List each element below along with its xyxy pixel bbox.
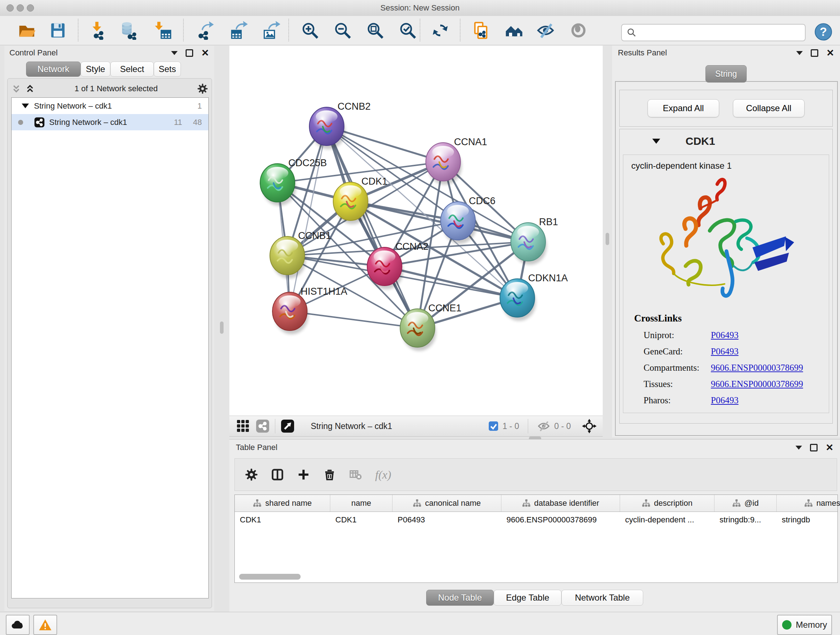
tab-node-table[interactable]: Node Table xyxy=(426,590,494,606)
zoom-in-icon[interactable] xyxy=(301,21,319,40)
import-table-icon[interactable] xyxy=(153,21,172,40)
panel-close-icon[interactable]: ✕ xyxy=(826,445,834,450)
node-ccne1[interactable] xyxy=(400,309,436,351)
table-cell[interactable]: CDK1 xyxy=(330,512,393,528)
panel-float-icon[interactable] xyxy=(811,49,818,57)
right-splitter-handle[interactable] xyxy=(606,233,609,245)
tab-network-table[interactable]: Network Table xyxy=(561,590,643,606)
fit-selected-crosshair-icon[interactable] xyxy=(582,418,597,434)
memory-button[interactable]: Memory xyxy=(777,615,832,635)
network-collection-row[interactable]: String Network – cdk1 1 xyxy=(11,98,208,114)
crosslink-link[interactable]: P06493 xyxy=(711,347,738,356)
node-rb1[interactable] xyxy=(511,223,546,264)
tab-edge-table[interactable]: Edge Table xyxy=(494,590,561,606)
table-header-row: shared namenamecanonical namedatabase id… xyxy=(235,495,837,512)
column-header--id[interactable]: @id xyxy=(714,495,777,511)
table-cell[interactable]: P06493 xyxy=(393,512,501,528)
zoom-fit-icon[interactable] xyxy=(366,21,385,40)
network-edge[interactable] xyxy=(327,126,417,328)
column-header-shared-name[interactable]: shared name xyxy=(235,495,330,511)
node-label-rb1: RB1 xyxy=(539,217,558,227)
node-label-ccnb2: CCNB2 xyxy=(338,101,371,112)
panel-menu-icon[interactable] xyxy=(796,51,803,55)
cloud-status-button[interactable] xyxy=(6,615,30,635)
zoom-out-icon[interactable] xyxy=(333,21,352,40)
panel-close-icon[interactable]: ✕ xyxy=(201,50,209,56)
node-ccnb2[interactable] xyxy=(309,107,345,149)
horizontal-scrollbar[interactable] xyxy=(239,574,301,580)
refresh-icon[interactable] xyxy=(431,21,450,40)
tab-select[interactable]: Select xyxy=(111,62,154,77)
left-splitter-handle[interactable] xyxy=(220,321,224,334)
panel-menu-icon[interactable] xyxy=(796,446,802,450)
gear-icon[interactable] xyxy=(245,468,258,481)
crosslink-link[interactable]: 9606.ENSP00000378699 xyxy=(711,363,803,373)
node-ccna1[interactable] xyxy=(426,143,462,185)
show-level-icon[interactable] xyxy=(569,21,588,40)
export-table-icon[interactable] xyxy=(229,21,248,40)
network-view-icon[interactable] xyxy=(256,419,270,433)
column-header-namespace[interactable]: namespace xyxy=(777,495,840,511)
tab-string[interactable]: String xyxy=(706,65,747,82)
node-cdk1[interactable] xyxy=(333,182,369,224)
crosslink-link[interactable]: P06493 xyxy=(711,395,738,405)
warnings-button[interactable] xyxy=(33,615,57,635)
column-header-description[interactable]: description xyxy=(620,495,714,511)
node-hist1h1a[interactable] xyxy=(272,292,308,334)
add-column-icon[interactable] xyxy=(297,468,310,481)
search-input[interactable] xyxy=(640,26,805,40)
network-view-canvas[interactable]: CCNB2CCNA1CDC25BCDK1CDC6RB1CCNB1CCNA2CDK… xyxy=(229,46,603,416)
panel-close-icon[interactable]: ✕ xyxy=(826,50,834,56)
collapse-all-button[interactable]: Collapse All xyxy=(733,99,805,117)
node-cdc6[interactable] xyxy=(441,202,477,244)
expand-all-button[interactable]: Expand All xyxy=(647,99,719,117)
network-row[interactable]: String Network – cdk1 11 48 xyxy=(11,114,208,130)
tab-style[interactable]: Style xyxy=(81,62,111,77)
gear-icon[interactable] xyxy=(197,83,208,94)
zoom-selected-icon[interactable] xyxy=(398,21,417,40)
tab-sets[interactable]: Sets xyxy=(154,62,181,77)
node-ccna2[interactable] xyxy=(367,247,403,289)
network-edge[interactable] xyxy=(290,126,327,311)
delete-column-icon[interactable] xyxy=(323,468,336,481)
section-collapse-icon[interactable] xyxy=(652,139,660,144)
import-database-icon[interactable] xyxy=(119,21,138,40)
node-cdc25b[interactable] xyxy=(260,164,296,206)
table-cell[interactable]: stringdb:9... xyxy=(714,512,777,528)
grid-view-icon[interactable] xyxy=(236,419,250,433)
column-header-database-identifier[interactable]: database identifier xyxy=(501,495,620,511)
hidden-eye-icon[interactable] xyxy=(537,419,551,433)
import-network-icon[interactable] xyxy=(88,21,107,40)
tree-expand-icon[interactable] xyxy=(22,103,29,108)
panel-float-icon[interactable] xyxy=(810,444,818,451)
birds-eye-view-icon[interactable] xyxy=(280,419,295,433)
table-cell[interactable]: stringdb xyxy=(777,512,840,528)
home-networks-icon[interactable] xyxy=(504,21,523,40)
selected-checkbox-icon[interactable] xyxy=(488,421,499,432)
collapse-all-icon[interactable] xyxy=(11,84,21,94)
node-ccnb1[interactable] xyxy=(270,236,306,279)
node-cdkn1a[interactable] xyxy=(500,279,536,321)
first-neighbors-icon[interactable] xyxy=(471,21,490,40)
table-cell[interactable]: 9606.ENSP00000378699 xyxy=(501,512,620,528)
tab-network[interactable]: Network xyxy=(26,62,81,77)
network-edge[interactable] xyxy=(290,311,417,328)
export-network-icon[interactable] xyxy=(195,21,214,40)
expand-all-icon[interactable] xyxy=(25,84,35,94)
panel-float-icon[interactable] xyxy=(186,49,193,57)
crosslink-link[interactable]: 9606.ENSP00000378699 xyxy=(711,379,803,389)
search-box[interactable] xyxy=(621,24,806,41)
table-cell[interactable]: cyclin-dependent ... xyxy=(620,512,714,528)
panel-menu-icon[interactable] xyxy=(171,51,178,55)
help-icon[interactable]: ? xyxy=(814,22,833,41)
export-image-icon[interactable] xyxy=(262,21,281,40)
column-header-name[interactable]: name xyxy=(330,495,393,511)
crosslink-link[interactable]: P06493 xyxy=(711,330,738,340)
table-cell[interactable]: CDK1 xyxy=(235,512,330,528)
hide-selection-icon[interactable] xyxy=(536,21,555,40)
column-header-canonical-name[interactable]: canonical name xyxy=(393,495,501,511)
save-session-icon[interactable] xyxy=(49,21,67,40)
open-file-icon[interactable] xyxy=(17,21,36,40)
table-row[interactable]: CDK1CDK1P064939606.ENSP00000378699cyclin… xyxy=(235,512,837,528)
show-columns-icon[interactable] xyxy=(271,468,284,481)
